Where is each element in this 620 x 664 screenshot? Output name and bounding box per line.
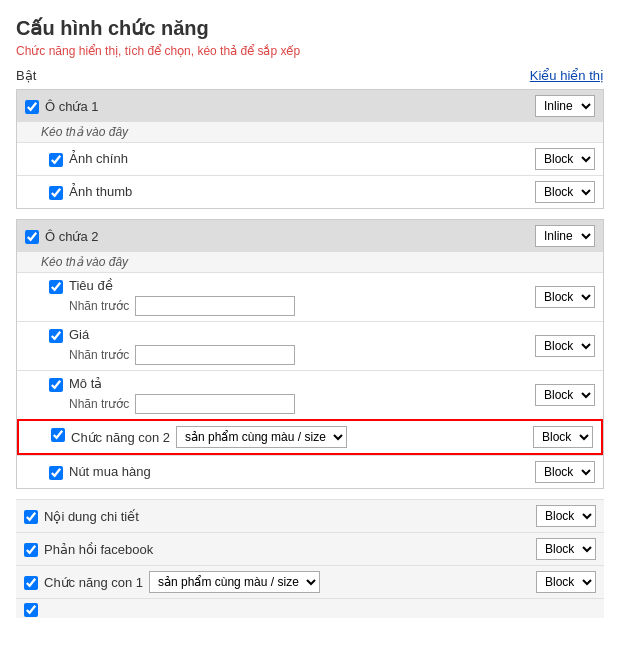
tieu-de-display-select[interactable]: Block Inline xyxy=(535,286,595,308)
gia-nhan-label: Nhãn trước xyxy=(69,348,129,362)
nut-mua-hang-row: Nút mua hàng Block Inline xyxy=(17,455,603,488)
mo-ta-label: Mô tả xyxy=(69,376,295,391)
kieu-hien-thi-link[interactable]: Kiểu hiển thị xyxy=(530,68,604,83)
chuc-nang-con2-display-select[interactable]: Block Inline xyxy=(533,426,593,448)
phan-hoi-facebook-label: Phản hồi facebook xyxy=(44,542,153,557)
anh-chinh-row: Ảnh chính Block Inline xyxy=(17,142,603,175)
container-2-display-select[interactable]: Inline Block xyxy=(535,225,595,247)
container-1-checkbox[interactable] xyxy=(25,100,39,114)
keo-tha-label-1: Kéo thả vào đây xyxy=(17,122,603,142)
chuc-nang-con1-row: Chức năng con 1 sản phẩm cùng màu / size… xyxy=(16,565,604,598)
mo-ta-row: Mô tả Nhãn trước Block Inline xyxy=(17,370,603,419)
tieu-de-nhan-input[interactable] xyxy=(135,296,295,316)
container-1-label: Ô chứa 1 xyxy=(45,99,99,114)
container-1-header: Ô chứa 1 Inline Block xyxy=(17,90,603,122)
tieu-de-checkbox[interactable] xyxy=(49,280,63,294)
container-2-header: Ô chứa 2 Inline Block xyxy=(17,220,603,252)
phan-hoi-facebook-row: Phản hồi facebook Block Inline xyxy=(16,532,604,565)
anh-chinh-display-select[interactable]: Block Inline xyxy=(535,148,595,170)
gia-label: Giá xyxy=(69,327,295,342)
mo-ta-display-select[interactable]: Block Inline xyxy=(535,384,595,406)
gia-row: Giá Nhãn trước Block Inline xyxy=(17,321,603,370)
chuc-nang-con2-value-select[interactable]: sản phẩm cùng màu / size Tùy chọn khác xyxy=(176,426,347,448)
container-2-checkbox[interactable] xyxy=(25,230,39,244)
container-1: Ô chứa 1 Inline Block Kéo thả vào đây Ản… xyxy=(16,89,604,209)
anh-chinh-checkbox[interactable] xyxy=(49,153,63,167)
mo-ta-checkbox[interactable] xyxy=(49,378,63,392)
chuc-nang-con1-value-select[interactable]: sản phẩm cùng màu / size Tùy chọn khác xyxy=(149,571,320,593)
mo-ta-nhan-label: Nhãn trước xyxy=(69,397,129,411)
tieu-de-nhan-label: Nhãn trước xyxy=(69,299,129,313)
noi-dung-chi-tiet-row: Nội dung chi tiết Block Inline xyxy=(16,499,604,532)
chuc-nang-con1-label: Chức năng con 1 xyxy=(44,575,143,590)
phan-hoi-facebook-display-select[interactable]: Block Inline xyxy=(536,538,596,560)
nut-mua-hang-label: Nút mua hàng xyxy=(69,464,151,479)
anh-thumb-checkbox[interactable] xyxy=(49,186,63,200)
anh-thumb-row: Ảnh thumb Block Inline xyxy=(17,175,603,208)
keo-tha-label-2: Kéo thả vào đây xyxy=(17,252,603,272)
page-subtitle: Chức năng hiển thị, tích để chọn, kéo th… xyxy=(16,44,604,58)
container-2-label: Ô chứa 2 xyxy=(45,229,99,244)
tieu-de-label: Tiêu đề xyxy=(69,278,295,293)
phan-hoi-facebook-checkbox[interactable] xyxy=(24,543,38,557)
tieu-de-row: Tiêu đề Nhãn trước Block Inline xyxy=(17,272,603,321)
nut-mua-hang-display-select[interactable]: Block Inline xyxy=(535,461,595,483)
chuc-nang-con2-checkbox[interactable] xyxy=(51,428,65,442)
chuc-nang-con1-checkbox[interactable] xyxy=(24,576,38,590)
chuc-nang-con2-row: Chức năng con 2 sản phẩm cùng màu / size… xyxy=(17,419,603,455)
anh-thumb-label: Ảnh thumb xyxy=(69,184,132,199)
bat-label: Bật xyxy=(16,68,36,83)
mo-ta-nhan-input[interactable] xyxy=(135,394,295,414)
noi-dung-chi-tiet-label: Nội dung chi tiết xyxy=(44,509,139,524)
chuc-nang-con2-label: Chức năng con 2 xyxy=(71,430,170,445)
gia-display-select[interactable]: Block Inline xyxy=(535,335,595,357)
anh-thumb-display-select[interactable]: Block Inline xyxy=(535,181,595,203)
chuc-nang-con1-display-select[interactable]: Block Inline xyxy=(536,571,596,593)
gia-nhan-input[interactable] xyxy=(135,345,295,365)
container-1-display-select[interactable]: Inline Block xyxy=(535,95,595,117)
noi-dung-chi-tiet-checkbox[interactable] xyxy=(24,510,38,524)
noi-dung-chi-tiet-display-select[interactable]: Block Inline xyxy=(536,505,596,527)
page-title: Cấu hình chức năng xyxy=(16,16,604,40)
gia-checkbox[interactable] xyxy=(49,329,63,343)
anh-chinh-label: Ảnh chính xyxy=(69,151,128,166)
nut-mua-hang-checkbox[interactable] xyxy=(49,466,63,480)
container-2: Ô chứa 2 Inline Block Kéo thả vào đây Ti… xyxy=(16,219,604,489)
bottom-partial-row xyxy=(16,598,604,618)
bottom-partial-checkbox[interactable] xyxy=(24,603,38,617)
